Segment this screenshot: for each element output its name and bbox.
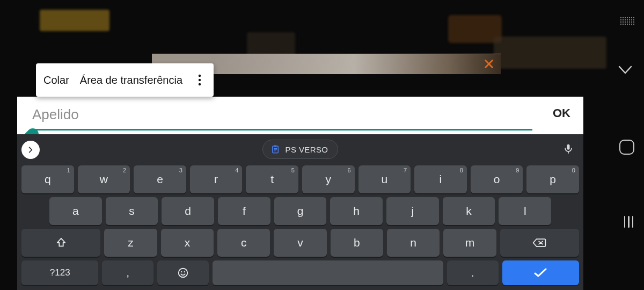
key-t[interactable]: t5 [246,165,298,193]
soft-keyboard: PS VERSO q1w2e3r4t5y6u7i8o9p0 asdfghjkl … [17,134,583,290]
shift-icon [55,237,67,249]
emoji-key[interactable] [157,260,209,285]
comma-key[interactable]: , [102,260,153,285]
key-i[interactable]: i8 [414,165,467,193]
nav-back-button[interactable] [618,66,632,77]
emoji-icon [177,267,189,279]
key-q[interactable]: q1 [21,165,74,193]
key-e[interactable]: e3 [134,165,186,193]
svg-point-1 [199,79,201,81]
keyboard-indicator-icon [620,17,633,27]
input-underline [32,129,532,130]
expand-suggestions-button[interactable] [21,141,40,159]
key-hint: 9 [516,167,519,173]
key-hint: 5 [291,167,295,173]
system-nav-rail [610,0,644,290]
key-o[interactable]: o9 [471,165,523,193]
key-r[interactable]: r4 [190,165,243,193]
key-p[interactable]: p0 [526,165,579,193]
key-w[interactable]: w2 [78,165,130,193]
key-s[interactable]: s [106,197,158,225]
svg-point-8 [184,271,185,272]
key-hint: 2 [123,167,126,173]
backspace-key[interactable] [500,229,579,257]
svg-point-7 [181,271,182,272]
space-key[interactable] [213,260,443,285]
key-hint: 0 [572,167,575,173]
check-icon [533,267,548,278]
shift-key[interactable] [21,229,100,257]
key-n[interactable]: n [387,229,440,257]
key-j[interactable]: j [386,197,439,225]
key-k[interactable]: k [443,197,495,225]
backspace-icon [532,237,547,249]
key-h[interactable]: h [330,197,383,225]
key-l[interactable]: l [499,197,551,225]
ok-button[interactable]: OK [553,106,570,120]
screen: Colar Área de transferência OK PS VE [0,0,644,290]
key-c[interactable]: c [217,229,270,257]
key-u[interactable]: u7 [358,165,411,193]
key-hint: 3 [179,167,182,173]
menu-clipboard[interactable]: Área de transferência [80,74,182,86]
svg-point-0 [199,75,201,77]
key-x[interactable]: x [161,229,214,257]
period-key[interactable]: . [447,260,499,285]
key-b[interactable]: b [331,229,383,257]
key-y[interactable]: y6 [302,165,355,193]
nav-recents-button[interactable] [624,216,634,228]
key-z[interactable]: z [104,229,157,257]
key-g[interactable]: g [274,197,327,225]
key-hint: 4 [235,167,238,173]
text-input-bar: OK [17,97,583,134]
key-hint: 6 [347,167,350,173]
clipboard-suggestion-chip[interactable]: PS VERSO [262,140,339,159]
nav-home-button[interactable] [619,140,634,155]
enter-key[interactable] [502,260,579,285]
clipboard-icon [270,144,280,155]
key-f[interactable]: f [218,197,270,225]
svg-point-2 [199,83,201,85]
key-d[interactable]: d [162,197,214,225]
svg-rect-5 [567,144,570,150]
key-hint: 8 [460,167,463,173]
svg-rect-4 [274,146,276,147]
svg-point-6 [179,269,188,278]
symbols-key[interactable]: ?123 [21,260,98,285]
key-v[interactable]: v [274,229,326,257]
key-hint: 7 [404,167,407,173]
voice-input-button[interactable] [563,142,574,158]
clipboard-suggestion-label: PS VERSO [286,145,328,154]
nickname-input[interactable] [32,104,532,128]
key-m[interactable]: m [443,229,496,257]
key-a[interactable]: a [49,197,102,225]
key-hint: 1 [67,167,70,173]
close-button[interactable] [481,56,496,71]
menu-more[interactable] [193,74,206,86]
context-menu: Colar Área de transferência [36,63,214,97]
menu-paste[interactable]: Colar [43,74,69,86]
